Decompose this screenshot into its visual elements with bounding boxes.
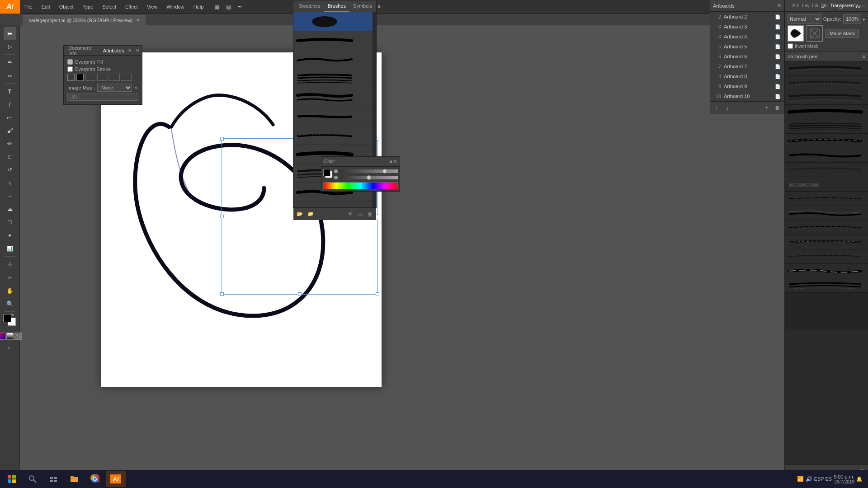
pen-tool[interactable]: ✒: [4, 56, 16, 69]
lib-brush-15[interactable]: [785, 264, 868, 278]
lib-brush-1[interactable]: [785, 61, 868, 76]
close-button[interactable]: ✕: [850, 0, 868, 14]
network-icon[interactable]: 📶: [797, 476, 804, 482]
brushes-tab[interactable]: Brushes: [324, 0, 349, 12]
change-screen-mode-btn[interactable]: □: [4, 342, 16, 355]
explorer-button[interactable]: [64, 471, 84, 487]
brush-item-7[interactable]: [293, 126, 373, 145]
chrome-button[interactable]: [85, 471, 105, 487]
slice-tool[interactable]: ✂: [4, 271, 16, 284]
url-input[interactable]: [67, 94, 138, 101]
image-map-settings-icon[interactable]: ⚬: [134, 84, 138, 91]
arrange-icon[interactable]: ▤: [223, 2, 233, 12]
color-mode-btn[interactable]: [0, 333, 5, 340]
menu-help[interactable]: Help: [189, 0, 208, 14]
handle-bl[interactable]: [220, 292, 224, 296]
menu-object[interactable]: Object: [55, 0, 78, 14]
handle-mr[interactable]: [376, 215, 379, 218]
rotate-tool[interactable]: ↺: [4, 164, 16, 176]
artboard-up-icon[interactable]: ↑: [712, 103, 721, 113]
brush-item-2[interactable]: [293, 31, 373, 50]
zoom-tool[interactable]: 🔍: [4, 297, 16, 310]
doc-tab-close[interactable]: ✕: [136, 18, 140, 23]
overprint-stroke-checkbox[interactable]: [67, 66, 73, 72]
direct-selection-tool[interactable]: ▷: [4, 40, 16, 53]
graph-tool[interactable]: 📊: [4, 242, 16, 255]
search-taskbar-button[interactable]: [23, 471, 42, 487]
attributes-panel-close[interactable]: ✕: [136, 48, 139, 53]
attributes-panel-menu[interactable]: ≡: [128, 48, 131, 53]
stroke-style-4[interactable]: [121, 74, 132, 81]
overprint-fill-checkbox[interactable]: [67, 59, 73, 65]
brushes-new-icon[interactable]: 📁: [306, 210, 315, 219]
lay-tab[interactable]: Lay: [802, 3, 809, 8]
eraser-tool[interactable]: □: [4, 150, 16, 163]
handle-bc[interactable]: [298, 292, 302, 296]
brush-item-1[interactable]: [293, 12, 373, 31]
blend-mode-select[interactable]: Normal Multiply Screen Overlay: [788, 14, 821, 23]
start-button[interactable]: [2, 471, 22, 487]
minimize-button[interactable]: –: [814, 0, 832, 14]
brush-item-5[interactable]: [293, 88, 373, 107]
none-btn[interactable]: [14, 333, 22, 340]
brush-library-menu-icon[interactable]: ≡: [863, 54, 865, 59]
lib-brush-6[interactable]: [785, 134, 868, 148]
free-transform-tool[interactable]: ❐: [4, 216, 16, 229]
color-spectrum[interactable]: [323, 182, 398, 189]
width-tool[interactable]: ↔: [4, 190, 16, 202]
lib-brush-11[interactable]: [785, 206, 868, 221]
lib-brush-8[interactable]: [785, 163, 868, 177]
menu-file[interactable]: File: [20, 0, 37, 14]
brush-item-4[interactable]: [293, 69, 373, 88]
stroke-style-2[interactable]: [97, 74, 108, 81]
task-view-button[interactable]: [43, 471, 63, 487]
lib-brush-5[interactable]: [785, 119, 868, 134]
illustrator-taskbar-button[interactable]: Ai: [106, 471, 126, 487]
lib-brush-13[interactable]: [785, 235, 868, 249]
mask-thumb-1[interactable]: [788, 25, 804, 42]
menu-effect[interactable]: Effect: [121, 0, 142, 14]
artboard-item-4[interactable]: 4 Artboard 4 📄: [710, 32, 784, 42]
opacity-input[interactable]: [843, 14, 861, 23]
menu-window[interactable]: Window: [162, 0, 189, 14]
brush-delete-icon[interactable]: 🗑: [365, 210, 374, 219]
brush-item-3[interactable]: [293, 50, 373, 69]
lib-brush-9[interactable]: 00000000000000: [785, 177, 868, 192]
gradient-btn[interactable]: [6, 333, 14, 340]
artboard-down-icon[interactable]: ↓: [723, 103, 732, 113]
lib-brush-16[interactable]: [785, 278, 868, 293]
lib-brush-7[interactable]: [785, 148, 868, 163]
artboards-expand-icon[interactable]: ✕: [777, 3, 781, 9]
artboard-item-9[interactable]: 9 Artboard 9 📄: [710, 81, 784, 91]
type-tool[interactable]: T: [4, 85, 16, 98]
shape-builder-tool[interactable]: ♥: [4, 229, 16, 242]
artboard-item-3[interactable]: 3 Artboard 3 📄: [710, 22, 784, 32]
pen-icon[interactable]: ✒: [235, 2, 245, 12]
swatches-tab[interactable]: Swatches: [295, 0, 324, 12]
handle-tl[interactable]: [220, 137, 224, 141]
lib-brush-4[interactable]: [785, 105, 868, 119]
paintbrush-tool[interactable]: 🖌: [4, 124, 16, 137]
brush-item-6[interactable]: [293, 107, 373, 126]
artboard-item-2[interactable]: 2 Artboard 2 📄: [710, 12, 784, 22]
menu-view[interactable]: View: [142, 0, 162, 14]
artboard-item-10[interactable]: 10 Artboard 10 📄: [710, 91, 784, 101]
clip-checkbox[interactable]: [788, 43, 793, 49]
language-label[interactable]: ESP ES: [814, 476, 832, 482]
hand-tool[interactable]: ✋: [4, 284, 16, 297]
maximize-button[interactable]: □: [832, 0, 850, 14]
mask-thumb-2[interactable]: [807, 25, 823, 42]
rectangle-tool[interactable]: ▭: [4, 111, 16, 124]
brushes-lib-icon[interactable]: 📂: [295, 210, 304, 219]
stroke-style-3[interactable]: [109, 74, 120, 81]
artboard-item-8[interactable]: 8 Artboard 8 📄: [710, 71, 784, 81]
lib-brush-2[interactable]: [785, 76, 868, 90]
handle-br[interactable]: [376, 292, 379, 296]
menu-type[interactable]: Type: [78, 0, 98, 14]
warp-tool[interactable]: ⛰: [4, 203, 16, 216]
brush-options-icon[interactable]: ✕: [345, 210, 354, 219]
lib-brush-12[interactable]: · · · · · · · · ·: [785, 221, 868, 235]
menu-select[interactable]: Select: [98, 0, 121, 14]
symbols-tab[interactable]: Symbols: [349, 0, 376, 12]
brushes-panel-menu[interactable]: ≡: [376, 4, 382, 9]
